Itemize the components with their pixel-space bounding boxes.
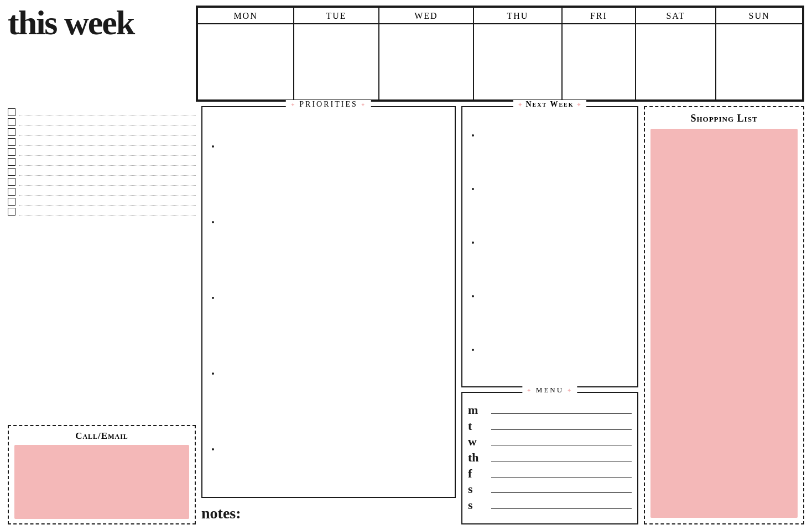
checklist-checkbox[interactable] [8,178,15,186]
checklist-checkbox[interactable] [8,148,15,156]
day-cell-wed [379,24,473,100]
checklist-line [19,178,196,186]
weekly-calendar: MonTueWedThuFriSatSun [196,6,804,102]
menu-day-line [491,508,632,509]
day-cell-thu [473,24,562,100]
next-week-item [480,131,629,140]
shopping-title: Shopping List [650,113,798,124]
day-header-sat: Sat [636,7,716,24]
priority-item [220,293,447,302]
checklist-checkbox[interactable] [8,138,15,146]
next-week-list [470,113,629,381]
checklist-line [19,198,196,206]
day-header-thu: Thu [473,7,562,24]
menu-day-row: th [468,450,632,465]
priorities-label: Priorities [286,100,371,109]
menu-day-line [491,492,632,493]
menu-day-row: t [468,419,632,433]
menu-day-label: s [468,498,489,512]
next-week-label: Next Week [513,100,586,109]
checklist-item [8,108,196,116]
day-header-mon: Mon [197,7,294,24]
next-week-item [480,185,629,193]
menu-day-label: th [468,450,489,465]
next-week-item [480,292,629,301]
checklist-line [19,108,196,116]
checklist-line [19,128,196,136]
next-week-item [480,238,629,247]
checklist-checkbox[interactable] [8,188,15,196]
checklist-item [8,148,196,156]
checklist-item [8,158,196,166]
menu-rows: mtwthfss [468,397,632,513]
checklist-item [8,198,196,206]
next-week-section: Next Week [461,106,638,387]
checklist-checkbox[interactable] [8,128,15,136]
checklist-line [19,158,196,166]
checklist-line [19,208,196,216]
checklist-area [8,106,196,422]
menu-day-row: s [468,482,632,496]
call-email-content [14,445,189,519]
shopping-section: Shopping List [644,106,804,524]
checklist-item [8,138,196,146]
shopping-content [650,129,798,518]
day-header-wed: Wed [379,7,473,24]
priority-item [220,142,447,151]
notes-area: notes: [201,502,456,524]
menu-day-row: w [468,434,632,449]
checklist-checkbox[interactable] [8,208,15,216]
checklist-line [19,138,196,146]
checklist-item [8,128,196,136]
menu-day-label: m [468,403,489,417]
checklist-item [8,118,196,126]
menu-day-label: t [468,419,489,433]
day-cell-mon [197,24,294,100]
checklist-item [8,188,196,196]
checklist-checkbox[interactable] [8,198,15,206]
left-column: Call/Email [8,106,196,524]
day-header-tue: Tue [294,7,379,24]
menu-day-line [491,477,632,477]
title-area: this week [8,6,196,40]
menu-day-row: m [468,403,632,417]
menu-day-line [491,461,632,461]
priorities-section: Priorities [201,106,456,498]
menu-day-row: f [468,466,632,481]
priorities-list [210,113,447,491]
call-email-box: Call/Email [8,425,196,524]
day-cell-sun [716,24,803,100]
day-cell-fri [562,24,636,100]
menu-day-label: f [468,466,489,481]
call-email-title: Call/Email [14,431,189,442]
checklist-checkbox[interactable] [8,158,15,166]
checklist-item [8,178,196,186]
checklist-checkbox[interactable] [8,118,15,126]
checklist-line [19,188,196,196]
day-cell-sat [636,24,716,100]
checklist-checkbox[interactable] [8,108,15,116]
priority-item [220,445,447,454]
day-header-sun: Sun [716,7,803,24]
next-week-item [480,345,629,354]
day-header-fri: Fri [562,7,636,24]
menu-section: Menu mtwthfss [461,392,638,524]
checklist-line [19,148,196,156]
menu-day-line [491,445,632,445]
menu-day-line [491,413,632,414]
checklist-line [19,168,196,176]
menu-day-row: s [468,498,632,512]
priority-item [220,218,447,227]
menu-day-label: w [468,434,489,449]
shopping-column: Shopping List [644,106,804,524]
priority-item [220,369,447,378]
checklist-checkbox[interactable] [8,168,15,176]
menu-day-label: s [468,482,489,496]
menu-label: Menu [522,386,577,395]
checklist-item [8,168,196,176]
middle-column: Priorities notes: [201,106,456,524]
checklist-item [8,208,196,216]
checklist-line [19,118,196,126]
page-title: this week [8,6,134,40]
notes-label: notes: [201,505,241,522]
